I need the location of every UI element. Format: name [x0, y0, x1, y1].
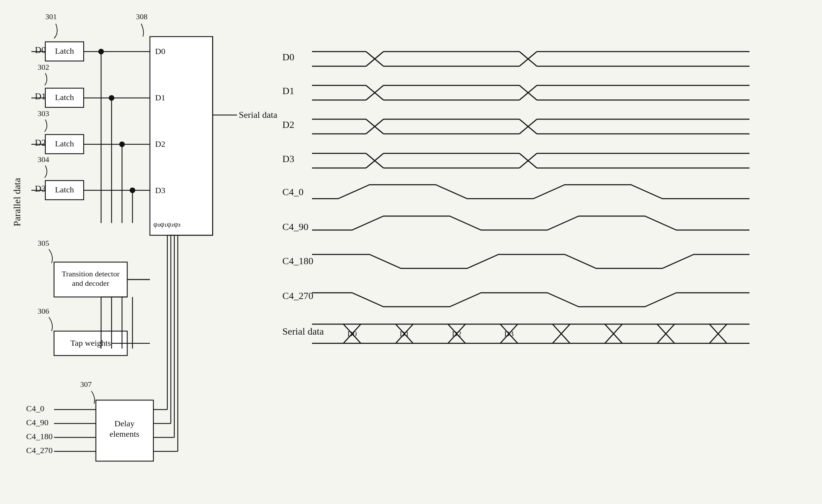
c4-90-in: C4_90 [26, 418, 48, 427]
ref-306: 306 [38, 307, 49, 315]
wave-d1-label: D1 [282, 85, 294, 96]
wave-d2-label: D2 [282, 119, 294, 130]
serial-d1-label: D1 [400, 329, 409, 338]
main-box [150, 37, 213, 235]
c4-180-in: C4_180 [26, 432, 53, 441]
ref-304: 304 [38, 155, 49, 164]
wave-c4-90-label: C4_90 [282, 221, 309, 232]
parallel-data-label: Parallel data [12, 178, 22, 227]
ref-303: 303 [38, 109, 49, 118]
d1-label: D1 [35, 91, 46, 101]
tap-weights-label: Tap weights [70, 338, 111, 348]
ref-302: 302 [38, 63, 49, 71]
delay-elements-line1: Delay [114, 419, 134, 428]
wave-d3-label: D3 [282, 153, 294, 164]
serial-d2-label: D2 [452, 329, 462, 338]
d3-label: D3 [35, 184, 46, 194]
box-d0: D0 [155, 47, 165, 56]
box-d1: D1 [155, 93, 165, 102]
diagram-container: Parallel data 301 308 D0 Latch 302 D1 La… [0, 0, 822, 504]
ref-305: 305 [38, 239, 49, 247]
d2-label: D2 [35, 138, 46, 148]
serial-d0-label: D0 [348, 329, 357, 338]
c4-270-in: C4_270 [26, 446, 53, 455]
serial-data-output-label: Serial data [239, 110, 277, 120]
wave-c4-180-label: C4_180 [282, 255, 313, 266]
latch-1-label: Latch [55, 93, 74, 102]
latch-0-label: Latch [55, 46, 74, 55]
ref-308: 308 [136, 12, 147, 21]
phi-labels: φ₀φ₁φ₂φ₃ [153, 220, 181, 228]
c4-0-in: C4_0 [26, 404, 44, 413]
delay-elements-line2: elements [109, 429, 139, 438]
wave-serial-label: Serial data [282, 326, 324, 337]
ref-307: 307 [80, 380, 92, 389]
wave-c4-0-label: C4_0 [282, 186, 304, 197]
wave-d0-label: D0 [282, 52, 294, 62]
box-d3: D3 [155, 186, 165, 195]
latch-2-label: Latch [55, 139, 74, 148]
transition-detector-line2: and decoder [72, 279, 110, 288]
box-d2: D2 [155, 139, 165, 148]
ref-301: 301 [45, 12, 57, 21]
serial-d3-label: D3 [504, 329, 514, 338]
latch-3-label: Latch [55, 185, 74, 194]
wave-c4-270-label: C4_270 [282, 290, 313, 301]
d0-label: D0 [35, 45, 46, 55]
transition-detector-line1: Transition detector [62, 269, 120, 278]
